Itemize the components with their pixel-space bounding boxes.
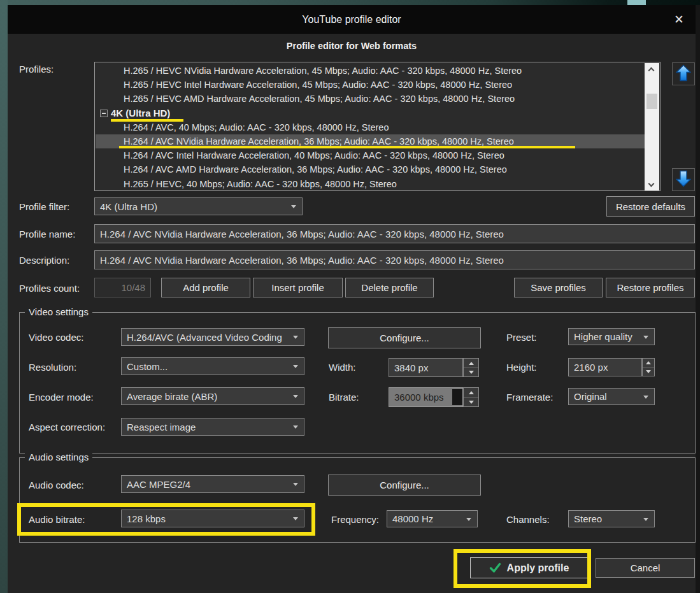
bitrate-label: Bitrate: <box>329 392 359 403</box>
profiles-count-field: 10/48 <box>94 278 151 297</box>
save-profiles-button[interactable]: Save profiles <box>514 278 603 297</box>
description-input[interactable]: H.264 / AVC NVidia Hardware Acceleration… <box>94 250 695 269</box>
spin-up-icon[interactable] <box>464 388 478 397</box>
profiles-list-item[interactable]: H.265 / HEVC AMD Hardware Acceleration, … <box>96 92 645 106</box>
close-icon[interactable]: ✕ <box>674 5 684 34</box>
video-configure-button[interactable]: Configure... <box>328 327 481 348</box>
video-settings-legend: Video settings <box>25 306 92 317</box>
channels-value: Stereo <box>574 513 602 524</box>
channels-select[interactable]: Stereo <box>568 510 655 527</box>
profile-item-label: H.264 / AVC Intel Hardware Acceleration,… <box>124 150 504 161</box>
annotation-box-apply <box>454 549 591 588</box>
audio-codec-value: AAC MPEG2/4 <box>127 479 190 490</box>
width-input[interactable]: 3840 px <box>389 358 463 377</box>
chevron-down-icon <box>293 425 298 429</box>
profile-item-label: H.264 / AVC AMD Hardware Acceleration, 3… <box>124 164 507 175</box>
resolution-select[interactable]: Custom... <box>121 357 304 375</box>
height-label: Height: <box>506 362 537 373</box>
restore-profiles-button[interactable]: Restore profiles <box>606 278 695 297</box>
chevron-down-icon <box>293 483 298 486</box>
profiles-list-item[interactable]: H.265 / HEVC, 40 Mbps; Audio: AAC - 320 … <box>96 177 645 191</box>
down-arrow-icon <box>676 170 691 190</box>
profile-item-label: 4K (Ultra HD) <box>111 108 170 118</box>
encoder-mode-select[interactable]: Average birate (ABR) <box>121 387 304 405</box>
preset-value: Higher quality <box>574 331 632 342</box>
scroll-down-icon[interactable] <box>648 181 655 187</box>
frequency-label: Frequency: <box>331 514 379 525</box>
height-stepper[interactable] <box>642 358 655 376</box>
dialog-title: YouTube profile editor <box>8 5 696 34</box>
profile-filter-select[interactable]: 4K (Ultra HD) <box>94 197 303 215</box>
profile-item-label: H.265 / HEVC AMD Hardware Acceleration, … <box>124 94 515 104</box>
collapse-minus-icon[interactable] <box>100 110 108 117</box>
profiles-scrollbar[interactable] <box>645 63 659 191</box>
restore-defaults-button[interactable]: Restore defaults <box>606 196 695 217</box>
up-arrow-icon <box>676 64 691 84</box>
move-profile-down-button[interactable] <box>672 168 695 191</box>
profiles-list-group[interactable]: 4K (Ultra HD) <box>96 106 645 120</box>
preset-select[interactable]: Higher quality <box>568 328 655 345</box>
channels-label: Channels: <box>506 514 550 525</box>
video-codec-select[interactable]: H.264/AVC (Advanced Video Coding <box>121 328 304 346</box>
annotation-underline-selected <box>119 146 575 148</box>
spin-up-icon[interactable] <box>464 359 478 368</box>
chevron-down-icon <box>293 336 298 339</box>
width-label: Width: <box>329 362 356 373</box>
chevron-down-icon <box>293 395 298 398</box>
profiles-list[interactable]: H.265 / HEVC NVidia Hardware Acceleratio… <box>94 62 661 191</box>
spin-down-icon[interactable] <box>643 368 654 376</box>
frequency-select[interactable]: 48000 Hz <box>387 510 478 527</box>
spin-down-icon[interactable] <box>464 368 478 376</box>
audio-configure-button[interactable]: Configure... <box>328 475 481 496</box>
delete-profile-button[interactable]: Delete profile <box>345 278 434 297</box>
chevron-down-icon <box>466 518 471 521</box>
add-profile-button[interactable]: Add profile <box>161 278 250 297</box>
framerate-select[interactable]: Original <box>568 388 655 405</box>
spin-up-icon[interactable] <box>643 359 654 368</box>
profile-name-input[interactable]: H.264 / AVC NVidia Hardware Acceleration… <box>94 224 695 243</box>
audio-settings-legend: Audio settings <box>25 452 92 462</box>
profiles-list-item[interactable]: H.264 / AVC AMD Hardware Acceleration, 3… <box>96 162 645 176</box>
chevron-down-icon <box>643 396 648 399</box>
spin-down-icon[interactable] <box>464 397 478 407</box>
app-background-highlight <box>627 0 646 5</box>
description-label: Description: <box>19 255 69 266</box>
aspect-correction-select[interactable]: Reaspect image <box>121 418 304 436</box>
audio-codec-select[interactable]: AAC MPEG2/4 <box>121 475 304 493</box>
encoder-mode-label: Encoder mode: <box>29 392 94 403</box>
profile-item-label: H.264 / AVC NVidia Hardware Acceleration… <box>124 136 514 146</box>
profile-item-label: H.265 / HEVC NVidia Hardware Acceleratio… <box>124 66 522 76</box>
profiles-list-item[interactable]: H.264 / AVC Intel Hardware Acceleration,… <box>96 148 645 162</box>
cancel-button[interactable]: Cancel <box>596 558 695 578</box>
profiles-list-item[interactable]: H.265 / HEVC NVidia Hardware Acceleratio… <box>96 64 645 78</box>
profiles-list-item[interactable]: H.264 / AVC, 40 Mbps; Audio: AAC - 320 k… <box>96 120 645 134</box>
preset-label: Preset: <box>506 332 537 343</box>
profiles-label: Profiles: <box>19 64 54 75</box>
height-input[interactable]: 2160 px <box>568 358 642 376</box>
resolution-label: Resolution: <box>29 362 76 373</box>
resolution-value: Custom... <box>127 361 168 372</box>
chevron-down-icon <box>293 365 298 368</box>
scroll-up-icon[interactable] <box>648 68 655 74</box>
aspect-correction-label: Aspect correction: <box>29 422 105 432</box>
frequency-value: 48000 Hz <box>392 513 433 524</box>
profiles-count-label: Profiles count: <box>19 283 80 294</box>
bitrate-stepper[interactable] <box>463 387 479 407</box>
profile-name-label: Profile name: <box>19 229 75 239</box>
insert-profile-button[interactable]: Insert profile <box>253 278 343 297</box>
annotation-underline-group <box>111 119 183 122</box>
framerate-value: Original <box>574 391 607 402</box>
profile-item-label: H.265 / HEVC, 40 Mbps; Audio: AAC - 320 … <box>124 179 397 189</box>
profiles-list-item[interactable]: H.265 / HEVC Intel Hardware Acceleration… <box>96 78 645 92</box>
bitrate-input[interactable]: 36000 kbps <box>389 387 463 407</box>
scrollbar-thumb[interactable] <box>646 94 657 109</box>
app-background-left <box>0 0 8 593</box>
move-profile-up-button[interactable] <box>672 62 695 85</box>
annotation-box-audio-bitrate <box>17 503 315 536</box>
width-stepper[interactable] <box>463 358 479 377</box>
video-codec-label: Video codec: <box>29 332 83 343</box>
bitrate-caret-area <box>452 389 462 405</box>
profile-item-label: H.264 / AVC, 40 Mbps; Audio: AAC - 320 k… <box>124 122 389 132</box>
audio-codec-label: Audio codec: <box>29 480 84 490</box>
app-background-top <box>0 0 700 5</box>
